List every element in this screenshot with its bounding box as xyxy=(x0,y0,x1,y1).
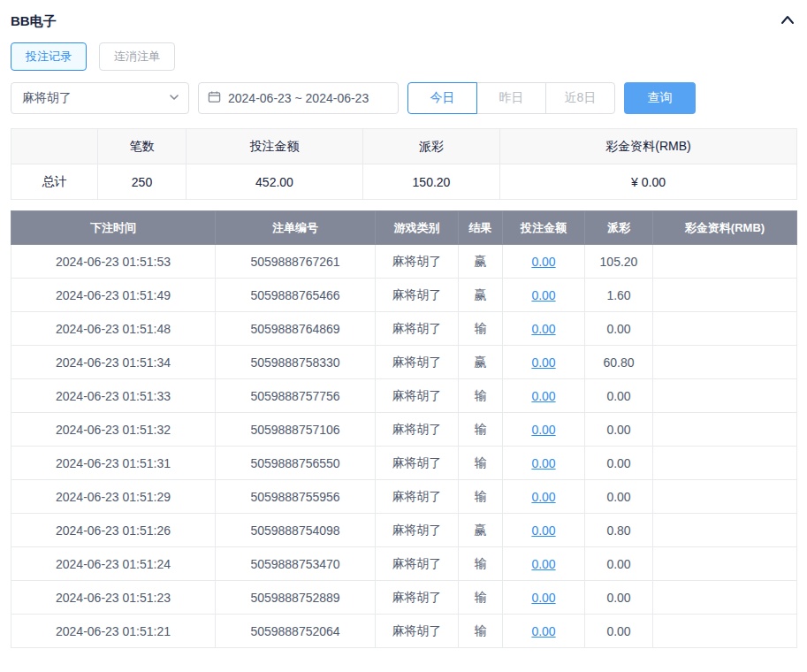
table-row: 2024-06-23 01:51:495059888765466麻将胡了赢0.0… xyxy=(11,279,797,312)
summary-total-row: 总计 250 452.00 150.20 ¥ 0.00 xyxy=(11,164,797,200)
payout-cell: 0.00 xyxy=(585,581,653,615)
col-header-order-id: 注单编号 xyxy=(216,211,376,245)
result-cell: 赢 xyxy=(459,346,503,379)
summary-total-label: 总计 xyxy=(11,164,98,200)
quick-date-yesterday-button[interactable]: 昨日 xyxy=(476,82,546,114)
summary-bonus-value: ¥ 0.00 xyxy=(500,164,797,200)
quick-date-8days-button[interactable]: 近8日 xyxy=(545,82,615,114)
tab-bet-records[interactable]: 投注记录 xyxy=(11,42,87,71)
col-header-game-type: 游戏类别 xyxy=(376,211,459,245)
bet-time-cell: 2024-06-23 01:51:49 xyxy=(11,279,216,312)
summary-header-empty xyxy=(11,129,98,164)
bet-time-cell: 2024-06-23 01:51:29 xyxy=(11,480,216,514)
game-type-cell: 麻将胡了 xyxy=(376,379,459,413)
filter-row: 麻将胡了 2024-06-23 ~ 2024-06-23 今日 昨日 近8日 查… xyxy=(0,71,807,114)
bet-time-cell: 2024-06-23 01:51:31 xyxy=(11,447,216,480)
page-title: BB电子 xyxy=(11,13,57,30)
bonus-cell xyxy=(653,480,797,514)
bet-amount-link[interactable]: 0.00 xyxy=(531,624,555,638)
payout-cell: 0.00 xyxy=(585,615,653,648)
game-type-cell: 麻将胡了 xyxy=(376,447,459,480)
summary-header-count: 笔数 xyxy=(98,129,187,164)
order-id-cell: 5059888756550 xyxy=(216,447,376,480)
bet-amount-cell: 0.00 xyxy=(503,480,585,514)
bet-time-cell: 2024-06-23 01:51:34 xyxy=(11,346,216,379)
calendar-icon xyxy=(208,90,221,106)
bet-amount-link[interactable]: 0.00 xyxy=(531,490,555,504)
bonus-cell xyxy=(653,447,797,480)
bet-amount-link[interactable]: 0.00 xyxy=(531,355,555,370)
order-id-cell: 5059888765466 xyxy=(216,279,376,312)
bet-amount-cell: 0.00 xyxy=(503,279,585,312)
search-button[interactable]: 查询 xyxy=(624,82,696,114)
bet-time-cell: 2024-06-23 01:51:32 xyxy=(11,413,216,447)
date-range-picker[interactable]: 2024-06-23 ~ 2024-06-23 xyxy=(198,82,399,114)
table-row: 2024-06-23 01:51:325059888757106麻将胡了输0.0… xyxy=(11,413,797,447)
game-type-cell: 麻将胡了 xyxy=(376,615,459,648)
chevron-up-icon xyxy=(780,13,795,30)
bet-amount-cell: 0.00 xyxy=(503,514,585,547)
payout-cell: 0.00 xyxy=(585,312,653,346)
bonus-cell xyxy=(653,312,797,346)
bet-amount-cell: 0.00 xyxy=(503,581,585,615)
summary-header-row: 笔数 投注金额 派彩 彩金资料(RMB) xyxy=(11,129,797,164)
bet-amount-link[interactable]: 0.00 xyxy=(531,523,555,538)
bet-amount-cell: 0.00 xyxy=(503,379,585,413)
bet-amount-cell: 0.00 xyxy=(503,615,585,648)
bet-amount-cell: 0.00 xyxy=(503,547,585,581)
game-type-cell: 麻将胡了 xyxy=(376,514,459,547)
summary-header-payout: 派彩 xyxy=(363,129,500,164)
bet-table-body: 2024-06-23 01:51:535059888767261麻将胡了赢0.0… xyxy=(11,245,797,648)
bet-amount-link[interactable]: 0.00 xyxy=(531,591,555,605)
game-type-select[interactable]: 麻将胡了 xyxy=(11,82,189,114)
bet-amount-link[interactable]: 0.00 xyxy=(531,389,555,403)
payout-cell: 0.00 xyxy=(585,413,653,447)
game-type-cell: 麻将胡了 xyxy=(376,581,459,615)
table-row: 2024-06-23 01:51:535059888767261麻将胡了赢0.0… xyxy=(11,245,797,279)
bet-time-cell: 2024-06-23 01:51:24 xyxy=(11,547,216,581)
table-row: 2024-06-23 01:51:235059888752889麻将胡了输0.0… xyxy=(11,581,797,615)
bet-time-cell: 2024-06-23 01:51:21 xyxy=(11,615,216,648)
quick-date-button-group: 今日 昨日 近8日 xyxy=(407,82,615,114)
bet-amount-cell: 0.00 xyxy=(503,447,585,480)
result-cell: 赢 xyxy=(459,279,503,312)
game-type-select-value: 麻将胡了 xyxy=(22,90,72,106)
bet-time-cell: 2024-06-23 01:51:26 xyxy=(11,514,216,547)
order-id-cell: 5059888757106 xyxy=(216,413,376,447)
result-cell: 输 xyxy=(459,480,503,514)
summary-bet-amount-value: 452.00 xyxy=(187,164,363,200)
summary-header-bet-amount: 投注金额 xyxy=(187,129,363,164)
payout-cell: 0.00 xyxy=(585,480,653,514)
order-id-cell: 5059888764869 xyxy=(216,312,376,346)
quick-date-today-button[interactable]: 今日 xyxy=(407,82,477,114)
payout-cell: 0.00 xyxy=(585,447,653,480)
bet-amount-link[interactable]: 0.00 xyxy=(531,456,555,470)
bet-amount-link[interactable]: 0.00 xyxy=(531,322,555,336)
bet-amount-link[interactable]: 0.00 xyxy=(531,255,555,269)
bet-amount-link[interactable]: 0.00 xyxy=(531,557,555,571)
bonus-cell xyxy=(653,346,797,379)
payout-cell: 0.00 xyxy=(585,547,653,581)
table-row: 2024-06-23 01:51:315059888756550麻将胡了输0.0… xyxy=(11,447,797,480)
bonus-cell xyxy=(653,279,797,312)
bet-time-cell: 2024-06-23 01:51:23 xyxy=(11,581,216,615)
bet-time-cell: 2024-06-23 01:51:48 xyxy=(11,312,216,346)
summary-count-value: 250 xyxy=(98,164,187,200)
bet-amount-link[interactable]: 0.00 xyxy=(531,423,555,437)
order-id-cell: 5059888754098 xyxy=(216,514,376,547)
order-id-cell: 5059888752889 xyxy=(216,581,376,615)
col-header-bonus: 彩金资料(RMB) xyxy=(653,211,797,245)
game-type-cell: 麻将胡了 xyxy=(376,312,459,346)
bet-amount-link[interactable]: 0.00 xyxy=(531,288,555,302)
game-type-cell: 麻将胡了 xyxy=(376,346,459,379)
bonus-cell xyxy=(653,615,797,648)
result-cell: 输 xyxy=(459,447,503,480)
col-header-bet-amount: 投注金额 xyxy=(503,211,585,245)
tab-cascade-orders[interactable]: 连消注单 xyxy=(99,42,175,71)
col-header-result: 结果 xyxy=(459,211,503,245)
summary-payout-value: 150.20 xyxy=(363,164,500,200)
table-row: 2024-06-23 01:51:265059888754098麻将胡了赢0.0… xyxy=(11,514,797,547)
table-row: 2024-06-23 01:51:485059888764869麻将胡了输0.0… xyxy=(11,312,797,346)
collapse-panel-button[interactable] xyxy=(780,13,795,30)
payout-cell: 0.00 xyxy=(585,379,653,413)
